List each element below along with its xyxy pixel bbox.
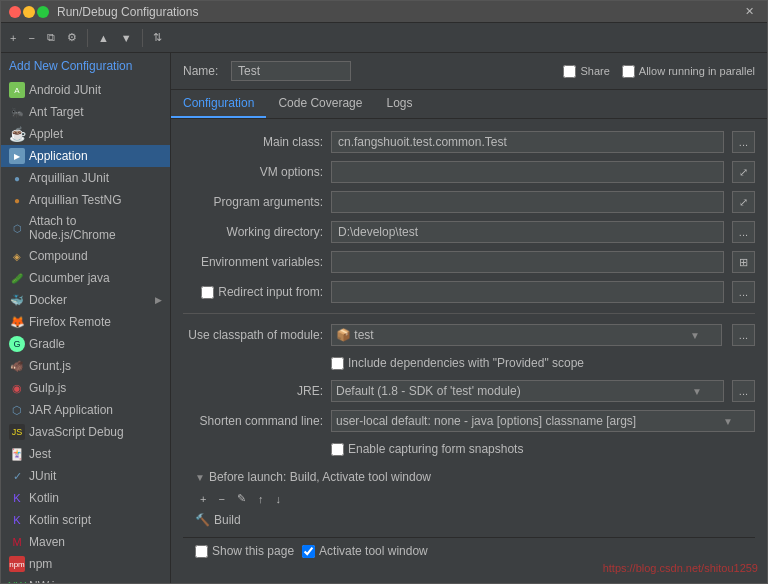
vm-options-input[interactable]	[331, 161, 724, 183]
redirect-row: Redirect input from: ...	[183, 277, 755, 307]
classpath-select[interactable]: 📦 test	[331, 324, 722, 346]
program-args-input[interactable]	[331, 191, 724, 213]
list-item-kotlin[interactable]: K Kotlin	[1, 487, 170, 509]
classpath-select-wrapper: 📦 test ▼	[331, 324, 722, 346]
list-item-arquillian-junit[interactable]: ● Arquillian JUnit	[1, 167, 170, 189]
sort-btn[interactable]: ⇅	[148, 28, 167, 47]
bl-down-btn[interactable]: ↓	[270, 490, 286, 507]
env-vars-browse-btn[interactable]: ⊞	[732, 251, 755, 273]
working-dir-input[interactable]	[331, 221, 724, 243]
ant-icon: 🐜	[9, 104, 25, 120]
bl-up-btn[interactable]: ↑	[253, 490, 269, 507]
kotlin-icon: K	[9, 490, 25, 506]
include-deps-label: Include dependencies with "Provided" sco…	[348, 356, 584, 370]
list-item-npm[interactable]: npm npm	[1, 553, 170, 575]
main-class-input[interactable]	[331, 131, 724, 153]
main-class-browse-btn[interactable]: ...	[732, 131, 755, 153]
list-item-ant-target[interactable]: 🐜 Ant Target	[1, 101, 170, 123]
item-label: Cucumber java	[29, 271, 110, 285]
list-item-jest[interactable]: 🃏 Jest	[1, 443, 170, 465]
item-label: Kotlin script	[29, 513, 91, 527]
list-item-applet[interactable]: ☕ Applet	[1, 123, 170, 145]
list-item-android-junit[interactable]: A Android JUnit	[1, 79, 170, 101]
list-item-firefox[interactable]: 🦊 Firefox Remote	[1, 311, 170, 333]
classpath-more-btn[interactable]: ...	[732, 324, 755, 346]
grunt-icon: 🐗	[9, 358, 25, 374]
main-content: Add New Configuration A Android JUnit 🐜 …	[1, 53, 767, 583]
minimize-button[interactable]	[23, 6, 35, 18]
maven-icon: M	[9, 534, 25, 550]
list-item-arquillian-testng[interactable]: ● Arquillian TestNG	[1, 189, 170, 211]
item-label: Gulp.js	[29, 381, 66, 395]
program-args-expand-btn[interactable]: ⤢	[732, 191, 755, 213]
add-config-btn[interactable]: +	[5, 29, 21, 47]
kotlin-script-icon: K	[9, 512, 25, 528]
list-item-gradle[interactable]: G Gradle	[1, 333, 170, 355]
watermark-url: https://blog.csdn.net/shitou1259	[603, 562, 758, 574]
settings-btn[interactable]: ⚙	[62, 28, 82, 47]
tab-code-coverage[interactable]: Code Coverage	[266, 90, 374, 118]
name-input[interactable]	[231, 61, 351, 81]
bl-remove-btn[interactable]: −	[213, 490, 229, 507]
list-item-maven[interactable]: M Maven	[1, 531, 170, 553]
nw-icon: NW	[9, 578, 25, 583]
list-item-junit[interactable]: ✓ JUnit	[1, 465, 170, 487]
redirect-checkbox[interactable]	[201, 286, 214, 299]
item-label: Android JUnit	[29, 83, 101, 97]
tab-logs[interactable]: Logs	[374, 90, 424, 118]
redirect-browse-btn[interactable]: ...	[732, 281, 755, 303]
list-item-kotlin-script[interactable]: K Kotlin script	[1, 509, 170, 531]
allow-parallel-checkbox[interactable]	[622, 65, 635, 78]
firefox-icon: 🦊	[9, 314, 25, 330]
jre-select-wrapper: Default (1.8 - SDK of 'test' module) ▼	[331, 380, 724, 402]
maximize-button[interactable]	[37, 6, 49, 18]
share-checkbox[interactable]	[563, 65, 576, 78]
vm-options-label: VM options:	[183, 165, 323, 179]
allow-parallel-row: Allow running in parallel	[622, 65, 755, 78]
add-new-config-btn[interactable]: Add New Configuration	[1, 53, 170, 79]
close-button[interactable]	[9, 6, 21, 18]
list-item-js-debug[interactable]: JS JavaScript Debug	[1, 421, 170, 443]
include-deps-checkbox[interactable]	[331, 357, 344, 370]
list-item-gruntjs[interactable]: 🐗 Grunt.js	[1, 355, 170, 377]
vm-expand-btn[interactable]: ⤢	[732, 161, 755, 183]
remove-config-btn[interactable]: −	[23, 29, 39, 47]
snapshots-checkbox[interactable]	[331, 443, 344, 456]
collapse-arrow-icon[interactable]: ▼	[195, 472, 205, 483]
close-window-btn[interactable]: ✕	[740, 2, 759, 21]
env-vars-input[interactable]	[331, 251, 724, 273]
redirect-input[interactable]	[331, 281, 724, 303]
list-item-nwjs[interactable]: NW NW.js	[1, 575, 170, 583]
show-page-field: Show this page	[195, 544, 294, 558]
include-deps-row: Include dependencies with "Provided" sco…	[183, 350, 755, 376]
list-item-compound[interactable]: ◈ Compound	[1, 245, 170, 267]
item-label: Applet	[29, 127, 63, 141]
before-launch-header: ▼ Before launch: Build, Activate tool wi…	[195, 470, 743, 484]
shorten-cmd-label: Shorten command line:	[183, 414, 323, 428]
show-page-checkbox[interactable]	[195, 545, 208, 558]
bl-add-btn[interactable]: +	[195, 490, 211, 507]
list-item-attach-node[interactable]: ⬡ Attach to Node.js/Chrome	[1, 211, 170, 245]
activate-checkbox[interactable]	[302, 545, 315, 558]
copy-config-btn[interactable]: ⧉	[42, 28, 60, 47]
move-up-btn[interactable]: ▲	[93, 29, 114, 47]
tab-configuration[interactable]: Configuration	[171, 90, 266, 118]
bl-edit-btn[interactable]: ✎	[232, 490, 251, 507]
list-item-application[interactable]: ▶ Application	[1, 145, 170, 167]
right-panel: Name: Share Allow running in parallel	[171, 53, 767, 583]
item-label: Arquillian JUnit	[29, 171, 109, 185]
item-label: Docker	[29, 293, 67, 307]
jre-more-btn[interactable]: ...	[732, 380, 755, 402]
working-dir-browse-btn[interactable]: ...	[732, 221, 755, 243]
list-item-cucumber[interactable]: 🥒 Cucumber java	[1, 267, 170, 289]
working-dir-label: Working directory:	[183, 225, 323, 239]
left-panel: Add New Configuration A Android JUnit 🐜 …	[1, 53, 171, 583]
list-item-docker[interactable]: 🐳 Docker ▶	[1, 289, 170, 311]
shorten-cmd-select[interactable]: user-local default: none - java [options…	[331, 410, 755, 432]
docker-arrow-icon: ▶	[155, 295, 162, 305]
list-item-gulpjs[interactable]: ◉ Gulp.js	[1, 377, 170, 399]
list-item-jar-app[interactable]: ⬡ JAR Application	[1, 399, 170, 421]
sep1	[87, 29, 88, 47]
jre-select[interactable]: Default (1.8 - SDK of 'test' module)	[331, 380, 724, 402]
move-down-btn[interactable]: ▼	[116, 29, 137, 47]
